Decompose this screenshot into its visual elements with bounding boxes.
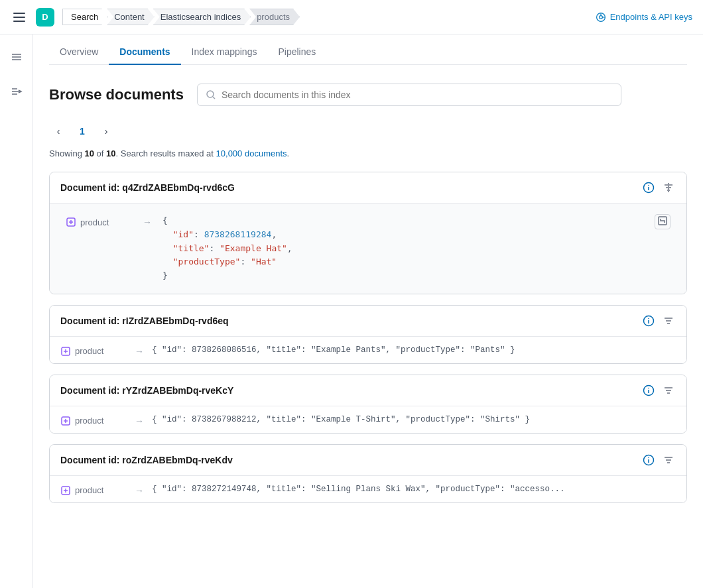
breadcrumb: Search Content Elasticsearch indices pro… [62, 9, 588, 25]
sidebar-arrow-icon[interactable] [5, 80, 29, 103]
next-page-button[interactable]: › [97, 122, 115, 141]
card-header-1: Document id: q4ZrdZABEbmDq-rvd6cG [50, 172, 686, 203]
filter-button-3[interactable] [661, 383, 676, 398]
document-id-1: Document id: q4ZrdZABEbmDq-rvd6cG [60, 182, 235, 193]
type-label-3: product [75, 416, 103, 426]
document-id-2: Document id: rIZrdZABEbmDq-rvd6eq [60, 316, 229, 326]
json-content-1: { "id": 8738268119284, "title": "Example… [162, 214, 671, 283]
status-text: Showing 10 of 10. Search results maxed a… [49, 148, 687, 158]
info-button-1[interactable] [641, 180, 656, 195]
type-label-1: product [80, 217, 109, 227]
inline-json-2: { "id": 8738268086516, "title": "Example… [152, 345, 676, 355]
browse-header: Browse documents [49, 84, 687, 106]
type-icon-4 [60, 485, 71, 496]
app-avatar: D [36, 8, 54, 27]
top-nav: D Search Content Elasticsearch indices p… [0, 0, 703, 34]
pagination: ‹ 1 › [49, 122, 687, 141]
breadcrumb-products[interactable]: products [249, 9, 300, 25]
svg-point-10 [207, 91, 214, 97]
search-input[interactable] [222, 89, 613, 100]
tab-pipelines[interactable]: Pipelines [267, 40, 326, 65]
document-id-4: Document id: roZrdZABEbmDq-rveKdv [60, 455, 233, 465]
breadcrumb-search[interactable]: Search [62, 9, 108, 25]
endpoints-icon [596, 12, 606, 23]
arrow-icon-1: → [143, 217, 152, 227]
card-content-4: product → { "id": 8738272149748, "title"… [50, 475, 686, 502]
type-icon-3 [60, 416, 71, 426]
card-content-2: product → { "id": 8738268086516, "title"… [50, 336, 686, 363]
sidebar [0, 34, 33, 588]
card-type-4: product [60, 483, 127, 496]
card-actions-1 [641, 180, 676, 195]
card-content-3: product → { "id": 8738267988212, "title"… [50, 406, 686, 433]
document-card-3: Document id: rYZrdZABEbmDq-rveKcY [49, 375, 687, 434]
card-actions-2 [641, 314, 676, 328]
card-type-2: product [60, 343, 127, 357]
document-id-3: Document id: rYZrdZABEbmDq-rveKcY [60, 385, 233, 396]
showing-label: Showing [49, 148, 82, 158]
search-icon [206, 89, 216, 100]
hamburger-icon[interactable] [11, 10, 28, 25]
card-header-4: Document id: roZrdZABEbmDq-rveKdv [50, 445, 686, 475]
document-card-4: Document id: roZrdZABEbmDq-rveKdv [49, 444, 687, 503]
card-type-3: product [60, 413, 127, 426]
main-content: Overview Documents Index mappings Pipeli… [33, 34, 703, 588]
svg-point-25 [648, 318, 649, 320]
arrow-icon-3: → [135, 416, 144, 426]
search-box[interactable] [197, 84, 621, 106]
card-actions-3 [641, 383, 676, 398]
count-total: 10 [106, 148, 115, 158]
svg-point-14 [648, 185, 649, 186]
card-content-1: product → { "id": 8738268119284, "title"… [50, 203, 686, 294]
breadcrumb-content[interactable]: Content [107, 9, 155, 25]
card-header-3: Document id: rYZrdZABEbmDq-rveKcY [50, 375, 686, 406]
filter-button-2[interactable] [661, 314, 676, 328]
type-label-4: product [75, 485, 103, 495]
document-card-2: Document id: rIZrdZABEbmDq-rvd6eq [49, 305, 687, 364]
tab-index-mappings[interactable]: Index mappings [181, 40, 268, 65]
inline-json-3: { "id": 8738267988212, "title": "Example… [152, 415, 676, 424]
type-icon-1 [66, 217, 76, 227]
inline-json-4: { "id": 8738272149748, "title": "Selling… [152, 485, 676, 494]
card-type-1: product [66, 214, 132, 227]
endpoints-label: Endpoints & API keys [610, 12, 692, 22]
current-page[interactable]: 1 [73, 122, 92, 141]
endpoints-api-keys-link[interactable]: Endpoints & API keys [596, 12, 692, 23]
card-actions-4 [641, 453, 676, 467]
filter-button-4[interactable] [661, 453, 676, 467]
max-results-link[interactable]: 10,000 documents [216, 148, 287, 158]
card-header-2: Document id: rIZrdZABEbmDq-rvd6eq [50, 306, 686, 336]
type-label-2: product [75, 346, 103, 356]
breadcrumb-elasticsearch[interactable]: Elasticsearch indices [153, 9, 251, 25]
count-shown: 10 [85, 148, 94, 158]
svg-point-43 [648, 457, 649, 459]
tab-overview[interactable]: Overview [49, 40, 109, 65]
filter-button-1[interactable] [661, 180, 676, 195]
json-display-1: { "id": 8738268119284, "title": "Example… [162, 214, 671, 283]
info-button-4[interactable] [641, 453, 656, 467]
arrow-icon-4: → [135, 485, 144, 496]
page-layout: Overview Documents Index mappings Pipeli… [0, 34, 703, 588]
page-title: Browse documents [49, 86, 184, 103]
arrow-icon-2: → [135, 346, 144, 357]
expand-button-1[interactable] [655, 214, 671, 229]
document-card-1: Document id: q4ZrdZABEbmDq-rvd6cG [49, 172, 687, 294]
svg-point-1 [599, 15, 602, 19]
svg-line-11 [213, 97, 215, 99]
prev-page-button[interactable]: ‹ [49, 122, 68, 141]
tab-documents[interactable]: Documents [109, 40, 180, 65]
info-button-2[interactable] [641, 314, 656, 328]
tabs: Overview Documents Index mappings Pipeli… [49, 34, 687, 65]
info-button-3[interactable] [641, 383, 656, 398]
sidebar-menu-icon[interactable] [5, 45, 29, 69]
type-icon-2 [60, 346, 71, 357]
svg-point-34 [648, 388, 649, 389]
